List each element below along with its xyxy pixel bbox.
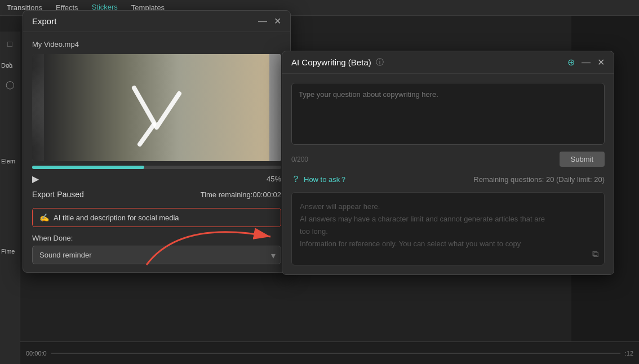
textarea-footer: 0/200 Submit xyxy=(291,152,605,167)
left-panel-icon-3[interactable]: ◯ xyxy=(2,77,18,92)
progress-bar-fill xyxy=(32,166,144,169)
export-dialog: Export — ✕ My Video.mp4 xyxy=(23,10,291,273)
ai-close-btn[interactable]: ✕ xyxy=(597,58,605,67)
question-circle-icon: ？ xyxy=(291,174,300,185)
export-dialog-title: Export xyxy=(32,16,56,26)
ai-title-left: AI Copywriting (Beta) ⓘ xyxy=(291,57,384,68)
sound-reminder-dropdown[interactable]: Sound reminder Shut down Do nothing xyxy=(32,246,281,264)
thumbnail-arrow-svg xyxy=(32,54,281,161)
char-count: 0/200 xyxy=(291,156,308,163)
answer-area: Answer will appear here. AI answers may … xyxy=(291,192,605,265)
left-panel-icon-1[interactable]: □ xyxy=(2,36,18,52)
play-button[interactable]: ▶ xyxy=(32,174,39,184)
ai-dialog-title-bar: AI Copywriting (Beta) ⓘ ⊕ — ✕ xyxy=(282,51,614,74)
left-panel: □ △ ◯ xyxy=(0,32,20,364)
side-label-elem: Elem xyxy=(1,158,15,165)
video-filename: My Video.mp4 xyxy=(32,40,281,48)
ai-feature-button[interactable]: ✍ AI title and description for social me… xyxy=(32,208,281,227)
export-title-bar: Export — ✕ xyxy=(23,11,290,32)
video-thumbnail xyxy=(32,54,281,161)
export-title-controls: — ✕ xyxy=(258,17,281,26)
how-to-row: ？ How to ask？ Remaining questions: 20 (D… xyxy=(291,174,605,185)
pin-icon[interactable]: ⊕ xyxy=(567,57,575,68)
submit-button[interactable]: Submit xyxy=(560,152,605,167)
ai-title-controls: ⊕ — ✕ xyxy=(567,57,605,68)
export-minimize-btn[interactable]: — xyxy=(258,17,267,26)
remaining-questions: Remaining questions: 20 (Daily limit: 20… xyxy=(473,175,605,184)
info-icon[interactable]: ⓘ xyxy=(376,57,384,68)
how-to-left: ？ How to ask？ xyxy=(291,174,347,185)
side-label-fime: Fime xyxy=(1,248,15,255)
when-done-label: When Done: xyxy=(32,234,281,242)
ai-pencil-icon: ✍ xyxy=(39,213,49,222)
dropdown-container: Sound reminder Shut down Do nothing ▾ xyxy=(32,246,281,264)
ai-minimize-btn[interactable]: — xyxy=(582,58,591,67)
export-status-label: Export Paused xyxy=(32,190,84,199)
timeline-track xyxy=(51,353,620,354)
timeline-end-time: :12 xyxy=(625,350,633,357)
svg-rect-0 xyxy=(44,54,269,161)
question-textarea[interactable] xyxy=(291,83,605,145)
timeline-start-time: 00:00:0 xyxy=(26,350,47,357)
answer-placeholder: Answer will appear here. AI answers may … xyxy=(300,201,596,250)
side-label-doo: Doo xyxy=(1,62,12,69)
progress-bar-container xyxy=(32,166,281,169)
progress-percent: 45% xyxy=(267,175,281,183)
ai-copywriting-dialog: AI Copywriting (Beta) ⓘ ⊕ — ✕ 0/200 Subm… xyxy=(282,51,614,275)
ai-dialog-body: 0/200 Submit ？ How to ask？ Remaining que… xyxy=(282,74,614,274)
ai-btn-label: AI title and description for social medi… xyxy=(54,214,179,222)
export-info-row: Export Paused Time remaining:00:00:02 xyxy=(32,190,281,199)
timeline-bar: 00:00:0 :12 xyxy=(20,341,639,364)
copy-icon[interactable]: ⧉ xyxy=(592,249,598,259)
export-body: My Video.mp4 xyxy=(23,32,290,272)
export-close-btn[interactable]: ✕ xyxy=(274,17,281,26)
time-remaining: Time remaining:00:00:02 xyxy=(201,190,281,199)
how-to-link[interactable]: How to ask？ xyxy=(304,175,347,185)
export-status-row: ▶ 45% xyxy=(32,174,281,184)
ai-dialog-title: AI Copywriting (Beta) xyxy=(291,57,371,67)
